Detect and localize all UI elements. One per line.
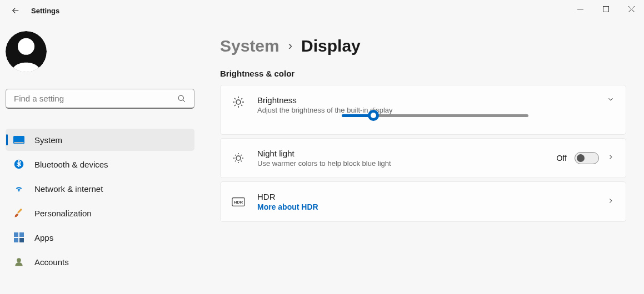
sidebar-item-label: Personalization <box>34 209 92 218</box>
back-button[interactable] <box>9 4 22 17</box>
search-icon <box>177 94 186 103</box>
sidebar-nav: System Bluetooth & devices Network & int… <box>6 129 194 273</box>
svg-point-6 <box>178 95 183 100</box>
chevron-down-icon <box>607 95 615 103</box>
close-icon <box>628 6 635 12</box>
chevron-right-icon <box>607 153 615 161</box>
breadcrumb-current: Display <box>301 37 361 55</box>
svg-line-24 <box>241 98 242 99</box>
sidebar: System Bluetooth & devices Network & int… <box>0 21 200 294</box>
sun-icon <box>232 95 245 109</box>
open-button[interactable] <box>607 197 615 207</box>
hdr-card[interactable]: HDR HDR More about HDR <box>220 181 626 222</box>
svg-rect-13 <box>14 238 18 242</box>
svg-line-30 <box>235 155 236 156</box>
svg-point-16 <box>236 100 241 104</box>
svg-line-21 <box>234 98 236 99</box>
brightness-card: Brightness Adjust the brightness of the … <box>220 85 626 135</box>
sidebar-item-apps[interactable]: Apps <box>6 226 194 249</box>
title-bar: Settings <box>0 0 644 21</box>
svg-rect-9 <box>14 142 24 143</box>
night-light-title: Night light <box>257 149 545 158</box>
person-silhouette-icon <box>6 31 47 72</box>
sidebar-item-network[interactable]: Network & internet <box>6 178 194 200</box>
svg-rect-11 <box>14 232 18 237</box>
svg-rect-14 <box>19 238 24 242</box>
svg-point-5 <box>18 38 34 55</box>
user-avatar[interactable] <box>6 31 47 72</box>
chevron-right-icon <box>607 197 615 205</box>
minimize-button[interactable] <box>567 0 593 18</box>
svg-text:HDR: HDR <box>234 200 243 205</box>
arrow-left-icon <box>11 6 21 16</box>
hdr-title: HDR <box>257 192 595 201</box>
app-title: Settings <box>31 7 59 15</box>
apps-icon <box>13 232 24 243</box>
breadcrumb-parent[interactable]: System <box>220 37 279 55</box>
toggle-state-label: Off <box>557 154 567 163</box>
night-light-icon <box>232 151 245 165</box>
monitor-icon <box>13 134 24 145</box>
slider-track <box>342 114 528 117</box>
sidebar-item-label: Apps <box>34 233 53 242</box>
night-light-toggle[interactable] <box>575 152 599 164</box>
search-input-wrapper[interactable] <box>6 89 194 109</box>
night-light-card[interactable]: Night light Use warmer colors to help bl… <box>220 138 626 178</box>
svg-line-31 <box>241 161 242 162</box>
hdr-icon: HDR <box>232 197 245 207</box>
svg-line-7 <box>183 100 185 102</box>
sidebar-item-label: Network & internet <box>34 184 103 194</box>
sidebar-item-system[interactable]: System <box>6 129 194 151</box>
sidebar-item-accounts[interactable]: Accounts <box>6 251 194 273</box>
section-title: Brightness & color <box>220 69 626 78</box>
svg-point-25 <box>236 156 241 160</box>
brightness-slider[interactable] <box>342 111 528 120</box>
person-icon <box>13 256 24 267</box>
chevron-right-icon: › <box>288 39 292 53</box>
sidebar-item-label: Bluetooth & devices <box>34 160 108 169</box>
sidebar-item-label: System <box>34 135 62 145</box>
maximize-button[interactable] <box>593 0 618 18</box>
sidebar-item-bluetooth[interactable]: Bluetooth & devices <box>6 153 194 175</box>
main-content: System › Display Brightness & color Brig… <box>200 21 644 294</box>
bluetooth-icon <box>13 159 24 170</box>
wifi-icon <box>13 183 24 194</box>
more-about-hdr-link[interactable]: More about HDR <box>257 202 595 211</box>
sidebar-item-personalization[interactable]: Personalization <box>6 202 194 224</box>
expand-button[interactable] <box>607 95 615 105</box>
brightness-title: Brightness <box>257 95 595 105</box>
toggle-knob <box>577 154 585 162</box>
open-button[interactable] <box>607 153 615 163</box>
svg-line-22 <box>241 105 242 106</box>
close-button[interactable] <box>618 0 644 18</box>
breadcrumb: System › Display <box>220 37 626 55</box>
night-light-description: Use warmer colors to help block blue lig… <box>257 159 545 168</box>
svg-line-32 <box>235 161 236 162</box>
search-input[interactable] <box>14 94 177 103</box>
minimize-icon <box>577 6 583 12</box>
brush-icon <box>13 207 24 219</box>
sidebar-item-label: Accounts <box>34 257 69 267</box>
slider-thumb[interactable] <box>368 110 379 121</box>
svg-rect-1 <box>603 6 608 12</box>
window-controls <box>567 0 644 18</box>
svg-line-33 <box>241 155 242 156</box>
svg-line-23 <box>234 105 236 106</box>
maximize-icon <box>603 6 609 12</box>
svg-point-15 <box>17 258 21 262</box>
svg-rect-12 <box>19 232 24 237</box>
